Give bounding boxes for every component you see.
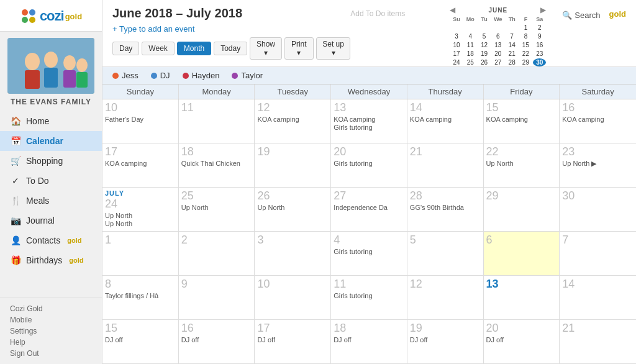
sidebar-item-contacts[interactable]: 👤 Contacts gold	[0, 230, 102, 250]
calendar-cell[interactable]: 7	[560, 232, 636, 275]
mini-cal-day[interactable]: 5	[478, 32, 491, 40]
calendar-event[interactable]: DJ off	[181, 336, 252, 344]
mini-cal-day[interactable]: 18	[464, 50, 477, 58]
calendar-cell[interactable]: 19	[255, 143, 331, 187]
calendar-cell[interactable]: 18DJ off	[331, 320, 407, 363]
week-button[interactable]: Week	[142, 42, 174, 55]
person-taylor[interactable]: Taylor	[232, 71, 263, 80]
mini-cal-day[interactable]: 19	[478, 50, 491, 58]
calendar-event[interactable]: KOA camping	[410, 116, 481, 123]
calendar-cell[interactable]: 22Up North	[484, 143, 560, 187]
mini-cal-day[interactable]: 16	[533, 41, 546, 49]
calendar-event[interactable]: Girls tutoring	[334, 124, 404, 131]
person-jess[interactable]: Jess	[112, 71, 139, 80]
mini-cal-day[interactable]: 10	[450, 41, 463, 49]
mini-cal-day[interactable]: 21	[506, 50, 519, 58]
calendar-event[interactable]: DJ off	[334, 336, 404, 344]
day-button[interactable]: Day	[112, 42, 139, 55]
calendar-cell[interactable]: 15KOA camping	[484, 99, 560, 143]
calendar-event[interactable]: Quick Thai Chicken	[181, 160, 252, 167]
calendar-cell[interactable]: 20DJ off	[484, 320, 560, 363]
mini-cal-day[interactable]: 12	[478, 41, 491, 49]
help-link[interactable]: Help	[10, 337, 92, 348]
calendar-cell[interactable]: 17KOA camping	[102, 143, 179, 187]
mini-cal-day[interactable]: 8	[519, 32, 532, 40]
calendar-cell[interactable]: 25Up North	[179, 188, 255, 231]
sidebar-item-birthdays[interactable]: 🎁 Birthdays gold	[0, 250, 102, 270]
calendar-event[interactable]: GG's 90th Birthda	[410, 204, 481, 211]
mini-cal-day[interactable]: 23	[533, 50, 546, 58]
today-button[interactable]: Today	[214, 42, 247, 55]
mini-cal-next[interactable]: ▶	[540, 6, 546, 14]
calendar-event[interactable]: DJ off	[486, 336, 557, 344]
calendar-cell[interactable]: 1	[102, 232, 179, 275]
calendar-cell[interactable]: 15DJ off	[102, 320, 179, 363]
calendar-cell[interactable]: 26Up North	[255, 188, 331, 231]
calendar-event[interactable]: KOA camping	[334, 116, 404, 123]
calendar-cell[interactable]: 17DJ off	[255, 320, 331, 363]
setup-dropdown[interactable]: Set up ▾	[316, 37, 351, 60]
calendar-event[interactable]: KOA camping	[562, 116, 634, 123]
calendar-cell[interactable]: 12KOA camping	[255, 99, 331, 143]
mini-cal-day[interactable]: 9	[533, 32, 546, 40]
calendar-cell[interactable]: 21	[560, 320, 636, 363]
calendar-cell[interactable]: 16KOA camping	[560, 99, 636, 143]
calendar-cell[interactable]: 30	[560, 188, 636, 231]
mini-cal-day[interactable]: 13	[491, 41, 504, 49]
mini-cal-day[interactable]: 17	[450, 50, 463, 58]
sidebar-item-meals[interactable]: 🍴 Meals	[0, 191, 102, 211]
calendar-cell[interactable]: 18Quick Thai Chicken	[179, 143, 255, 187]
month-button[interactable]: Month	[177, 42, 211, 55]
calendar-cell[interactable]: 8Taylor fillings / Hà	[102, 276, 179, 319]
calendar-cell[interactable]: 19DJ off	[407, 320, 484, 363]
sidebar-item-home[interactable]: 🏠 Home	[0, 111, 102, 131]
add-event-link[interactable]: + Type to add an event	[112, 24, 350, 34]
calendar-event[interactable]: DJ off	[257, 336, 328, 344]
calendar-cell[interactable]: 28GG's 90th Birthda	[407, 188, 484, 231]
calendar-cell[interactable]: 6	[484, 232, 560, 275]
calendar-cell[interactable]: 12	[407, 276, 484, 319]
search-button[interactable]: 🔍 Search	[558, 9, 604, 21]
mini-cal-day[interactable]: 2	[533, 24, 546, 32]
calendar-event[interactable]: KOA camping	[105, 160, 176, 167]
mini-cal-prev[interactable]: ◀	[450, 6, 455, 14]
calendar-event[interactable]: DJ off	[410, 336, 481, 344]
calendar-cell[interactable]: 23Up North ▶	[560, 143, 636, 187]
calendar-event[interactable]: KOA camping	[257, 116, 328, 123]
calendar-event[interactable]: DJ off	[105, 336, 176, 344]
calendar-cell[interactable]: 14	[560, 276, 636, 319]
mini-cal-day[interactable]: 27	[491, 58, 504, 66]
calendar-event[interactable]: Girls tutoring	[334, 292, 404, 299]
calendar-cell[interactable]: 14KOA camping	[407, 99, 484, 143]
calendar-event[interactable]: Taylor fillings / Hà	[105, 292, 176, 299]
mini-cal-day[interactable]: 3	[450, 32, 463, 40]
calendar-cell[interactable]: 29	[484, 188, 560, 231]
mini-cal-day[interactable]: 14	[506, 41, 519, 49]
calendar-cell[interactable]: 21	[407, 143, 484, 187]
calendar-cell[interactable]: 11	[179, 99, 255, 143]
calendar-cell[interactable]: 10	[255, 276, 331, 319]
mini-cal-day[interactable]: 28	[506, 58, 519, 66]
calendar-cell[interactable]: 13	[484, 276, 560, 319]
mobile-link[interactable]: Mobile	[10, 314, 92, 325]
mini-cal-day[interactable]: 11	[464, 41, 477, 49]
mini-cal-day[interactable]: 15	[519, 41, 532, 49]
calendar-cell[interactable]: JULY24Up NorthUp North	[102, 188, 179, 231]
calendar-event[interactable]: Up North	[257, 204, 328, 211]
calendar-cell[interactable]: 27Independence Da	[331, 188, 407, 231]
sidebar-item-calendar[interactable]: 📅 Calendar	[0, 131, 102, 151]
calendar-cell[interactable]: 3	[255, 232, 331, 275]
calendar-event[interactable]: Up North ▶	[562, 160, 634, 168]
calendar-event[interactable]: Up North	[105, 220, 176, 227]
mini-cal-day[interactable]: 24	[450, 58, 463, 66]
cozi-gold-link[interactable]: Cozi Gold	[10, 303, 92, 314]
person-hayden[interactable]: Hayden	[183, 71, 220, 80]
mini-cal-day[interactable]: 22	[519, 50, 532, 58]
mini-cal-day[interactable]: 20	[491, 50, 504, 58]
mini-cal-day[interactable]: 4	[464, 32, 477, 40]
mini-cal-day[interactable]: 26	[478, 58, 491, 66]
calendar-event[interactable]: KOA camping	[486, 116, 557, 123]
calendar-event[interactable]: Girls tutoring	[334, 160, 404, 167]
calendar-event[interactable]: Up North	[486, 160, 557, 167]
calendar-cell[interactable]: 16DJ off	[179, 320, 255, 363]
